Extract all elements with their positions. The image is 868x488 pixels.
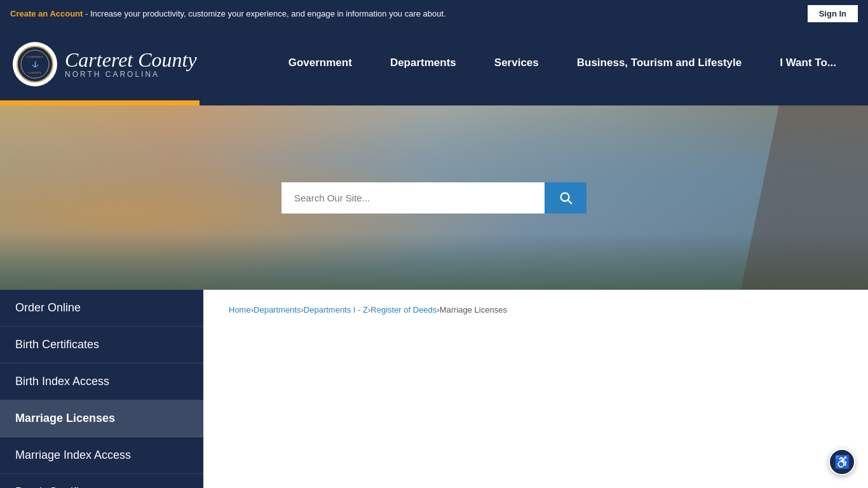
sign-in-button[interactable]: Sign In bbox=[808, 5, 858, 22]
top-bar-message: Create an Account - Increase your produc… bbox=[10, 9, 446, 18]
top-bar: Create an Account - Increase your produc… bbox=[0, 0, 868, 27]
sidebar: Order Online Birth Certificates Birth In… bbox=[0, 290, 203, 488]
svg-text:COUNTY: COUNTY bbox=[29, 71, 42, 74]
logo-seal-icon: CARTERET COUNTY ⚓ bbox=[16, 45, 54, 83]
breadcrumb: Home › Departments › Departments I - Z ›… bbox=[229, 305, 843, 488]
sidebar-item-order-online[interactable]: Order Online bbox=[0, 290, 203, 327]
svg-text:⚓: ⚓ bbox=[32, 60, 39, 68]
hero-grass bbox=[0, 233, 868, 290]
sidebar-item-death-certificates[interactable]: Death Certificates bbox=[0, 474, 203, 488]
sidebar-item-birth-index-access[interactable]: Birth Index Access bbox=[0, 363, 203, 400]
breadcrumb-home[interactable]: Home bbox=[229, 305, 251, 488]
breadcrumb-current: Marriage Licenses bbox=[440, 305, 507, 488]
nav-item-business[interactable]: Business, Tourism and Lifestyle bbox=[558, 27, 761, 100]
nav-item-i-want-to[interactable]: I Want To... bbox=[761, 27, 855, 100]
state-name: NORTH CAROLINA bbox=[65, 70, 197, 79]
search-input[interactable] bbox=[281, 182, 545, 214]
main-content: Home › Departments › Departments I - Z ›… bbox=[203, 290, 868, 488]
breadcrumb-departments[interactable]: Departments bbox=[254, 305, 301, 488]
sidebar-item-marriage-index-access[interactable]: Marriage Index Access bbox=[0, 437, 203, 474]
hero-banner bbox=[0, 105, 868, 290]
logo-link[interactable]: CARTERET COUNTY ⚓ Carteret County NORTH … bbox=[13, 42, 197, 86]
create-account-link[interactable]: Create an Account bbox=[10, 9, 83, 18]
breadcrumb-departments-iz[interactable]: Departments I - Z bbox=[304, 305, 368, 488]
accessibility-button[interactable]: ♿ bbox=[829, 449, 855, 475]
county-name: Carteret County bbox=[65, 50, 197, 70]
top-bar-text: - Increase your productivity, customize … bbox=[85, 9, 446, 18]
search-icon bbox=[559, 191, 573, 205]
sidebar-item-birth-certificates[interactable]: Birth Certificates bbox=[0, 327, 203, 363]
logo-circle: CARTERET COUNTY ⚓ bbox=[13, 42, 57, 86]
nav-item-departments[interactable]: Departments bbox=[371, 27, 475, 100]
svg-line-6 bbox=[568, 200, 571, 203]
search-button[interactable] bbox=[545, 182, 587, 214]
main-container: Order Online Birth Certificates Birth In… bbox=[0, 290, 868, 488]
header: CARTERET COUNTY ⚓ Carteret County NORTH … bbox=[0, 27, 868, 100]
logo-text: Carteret County NORTH CAROLINA bbox=[65, 50, 197, 79]
search-box bbox=[281, 182, 587, 214]
main-nav: Government Departments Services Business… bbox=[269, 27, 855, 100]
breadcrumb-register-of-deeds[interactable]: Register of Deeds bbox=[370, 305, 437, 488]
sidebar-item-marriage-licenses[interactable]: Marriage Licenses bbox=[0, 400, 203, 437]
gold-bar bbox=[0, 100, 868, 105]
svg-text:CARTERET: CARTERET bbox=[27, 55, 43, 58]
nav-item-government[interactable]: Government bbox=[269, 27, 371, 100]
nav-item-services[interactable]: Services bbox=[475, 27, 558, 100]
